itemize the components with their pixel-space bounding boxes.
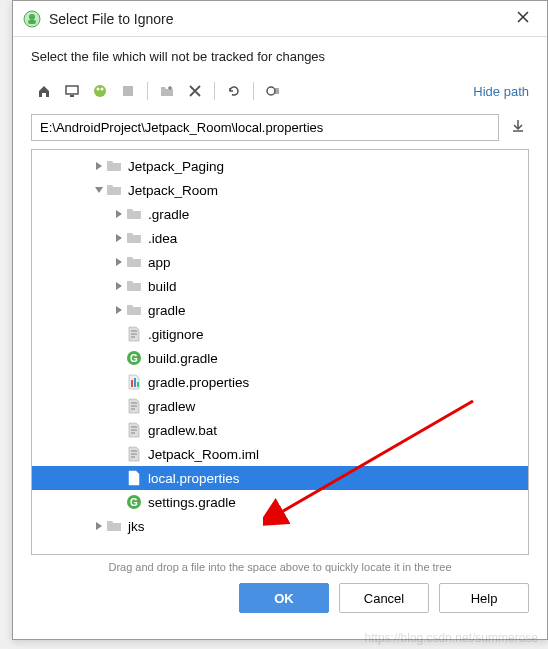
project-button[interactable] bbox=[87, 78, 113, 104]
home-button[interactable] bbox=[31, 78, 57, 104]
button-row: OK Cancel Help bbox=[13, 583, 547, 627]
svg-point-9 bbox=[267, 87, 275, 95]
expand-arrow[interactable] bbox=[92, 522, 106, 530]
tree-item-label: .gradle bbox=[148, 207, 189, 222]
desktop-button[interactable] bbox=[59, 78, 85, 104]
props-icon bbox=[126, 470, 142, 486]
tree-item[interactable]: Jetpack_Room.iml bbox=[32, 442, 528, 466]
tree-item-label: build.gradle bbox=[148, 351, 218, 366]
svg-rect-13 bbox=[134, 378, 136, 387]
tree-item-label: gradlew bbox=[148, 399, 195, 414]
separator bbox=[147, 82, 148, 100]
gradle-icon: G bbox=[126, 350, 142, 366]
tree-item[interactable]: .gitignore bbox=[32, 322, 528, 346]
folder-icon bbox=[106, 158, 122, 174]
toolbar: Hide path bbox=[13, 72, 547, 110]
svg-rect-4 bbox=[70, 95, 74, 97]
expand-arrow[interactable] bbox=[112, 282, 126, 290]
svg-point-1 bbox=[29, 14, 35, 20]
tree-item-label: .idea bbox=[148, 231, 177, 246]
svg-rect-3 bbox=[66, 86, 78, 94]
watermark: https://blog.csdn.net/summerose bbox=[365, 631, 538, 645]
tree-item-label: gradlew.bat bbox=[148, 423, 217, 438]
folder-icon bbox=[126, 206, 142, 222]
tree-item-label: settings.gradle bbox=[148, 495, 236, 510]
show-hidden-button[interactable] bbox=[260, 78, 286, 104]
tree-item-label: gradle.properties bbox=[148, 375, 249, 390]
svg-rect-16 bbox=[134, 474, 136, 483]
file-icon bbox=[126, 422, 142, 438]
app-icon bbox=[23, 10, 41, 28]
tree-item[interactable]: Jetpack_Room bbox=[32, 178, 528, 202]
hide-path-link[interactable]: Hide path bbox=[473, 84, 529, 99]
dialog: Select File to Ignore Select the file wh… bbox=[12, 0, 548, 640]
svg-rect-12 bbox=[131, 380, 133, 387]
ok-button[interactable]: OK bbox=[239, 583, 329, 613]
dialog-title: Select File to Ignore bbox=[49, 11, 509, 27]
svg-rect-14 bbox=[137, 382, 139, 387]
path-input[interactable] bbox=[31, 114, 499, 141]
expand-arrow[interactable] bbox=[112, 258, 126, 266]
expand-arrow[interactable] bbox=[112, 234, 126, 242]
svg-point-5 bbox=[94, 85, 106, 97]
expand-arrow[interactable] bbox=[112, 306, 126, 314]
tree-item-label: build bbox=[148, 279, 177, 294]
delete-button[interactable] bbox=[182, 78, 208, 104]
close-button[interactable] bbox=[509, 7, 537, 30]
file-tree[interactable]: Jetpack_PagingJetpack_Room.gradle.ideaap… bbox=[31, 149, 529, 555]
tree-item[interactable]: local.properties bbox=[32, 466, 528, 490]
svg-point-7 bbox=[101, 88, 104, 91]
file-icon bbox=[126, 326, 142, 342]
tree-item-label: Jetpack_Room bbox=[128, 183, 218, 198]
tree-item[interactable]: Gbuild.gradle bbox=[32, 346, 528, 370]
path-row bbox=[13, 110, 547, 149]
tree-item[interactable]: .gradle bbox=[32, 202, 528, 226]
tree-item-label: local.properties bbox=[148, 471, 240, 486]
new-folder-button[interactable] bbox=[154, 78, 180, 104]
tree-item[interactable]: gradlew.bat bbox=[32, 418, 528, 442]
help-button[interactable]: Help bbox=[439, 583, 529, 613]
tree-item-label: gradle bbox=[148, 303, 186, 318]
module-button[interactable] bbox=[115, 78, 141, 104]
svg-rect-8 bbox=[123, 86, 133, 96]
tree-item[interactable]: Gsettings.gradle bbox=[32, 490, 528, 514]
tree-item[interactable]: jks bbox=[32, 514, 528, 538]
svg-text:G: G bbox=[130, 353, 138, 364]
tree-item[interactable]: gradle.properties bbox=[32, 370, 528, 394]
refresh-button[interactable] bbox=[221, 78, 247, 104]
cancel-button[interactable]: Cancel bbox=[339, 583, 429, 613]
tree-item-label: .gitignore bbox=[148, 327, 204, 342]
folder-icon bbox=[126, 278, 142, 294]
svg-rect-17 bbox=[137, 478, 139, 483]
file-icon bbox=[126, 398, 142, 414]
svg-text:G: G bbox=[130, 497, 138, 508]
svg-rect-2 bbox=[28, 20, 36, 24]
folder-icon bbox=[126, 230, 142, 246]
svg-rect-15 bbox=[131, 476, 133, 483]
folder-icon bbox=[106, 182, 122, 198]
expand-arrow[interactable] bbox=[92, 162, 106, 170]
tree-item[interactable]: gradlew bbox=[32, 394, 528, 418]
tree-item[interactable]: build bbox=[32, 274, 528, 298]
tree-item[interactable]: gradle bbox=[32, 298, 528, 322]
separator bbox=[253, 82, 254, 100]
tree-item[interactable]: Jetpack_Paging bbox=[32, 154, 528, 178]
file-icon bbox=[126, 446, 142, 462]
folder-icon bbox=[126, 302, 142, 318]
hint-text: Drag and drop a file into the space abov… bbox=[13, 555, 547, 583]
svg-point-6 bbox=[97, 88, 100, 91]
expand-arrow[interactable] bbox=[112, 210, 126, 218]
expand-arrow[interactable] bbox=[92, 186, 106, 194]
folder-icon bbox=[126, 254, 142, 270]
tree-item-label: Jetpack_Paging bbox=[128, 159, 224, 174]
folder-icon bbox=[106, 518, 122, 534]
tree-item-label: app bbox=[148, 255, 171, 270]
dialog-subtitle: Select the file which will not be tracke… bbox=[13, 37, 547, 72]
tree-item[interactable]: .idea bbox=[32, 226, 528, 250]
history-button[interactable] bbox=[507, 115, 529, 140]
tree-item[interactable]: app bbox=[32, 250, 528, 274]
tree-item-label: jks bbox=[128, 519, 145, 534]
gradle-icon: G bbox=[126, 494, 142, 510]
titlebar: Select File to Ignore bbox=[13, 1, 547, 37]
separator bbox=[214, 82, 215, 100]
